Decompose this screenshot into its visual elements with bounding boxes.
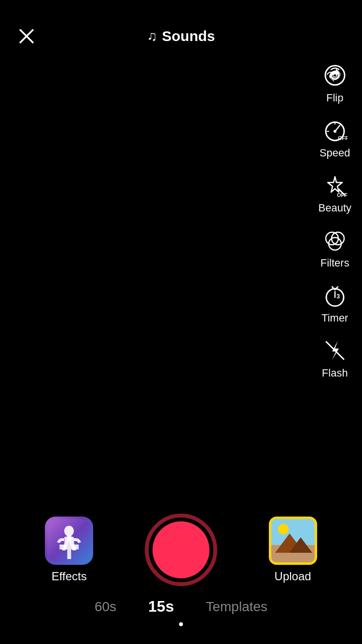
- record-inner: [153, 521, 209, 578]
- filters-control[interactable]: Filters: [319, 223, 351, 273]
- effects-label: Effects: [52, 570, 87, 583]
- music-icon: ♫: [147, 28, 157, 44]
- flash-label: Flash: [322, 367, 348, 379]
- filters-icon: [321, 227, 348, 254]
- sounds-label[interactable]: ♫ Sounds: [147, 28, 215, 44]
- svg-text:OFF: OFF: [338, 135, 348, 141]
- svg-rect-21: [47, 519, 91, 562]
- speed-control[interactable]: OFF Speed: [318, 113, 352, 163]
- svg-point-22: [64, 526, 74, 536]
- duration-tabs: 60s 15s Templates: [91, 596, 271, 617]
- svg-text:3: 3: [336, 293, 340, 300]
- timer-label: Timer: [321, 312, 348, 324]
- upload-label: Upload: [275, 570, 311, 583]
- record-button[interactable]: [145, 514, 217, 586]
- flash-icon: [321, 337, 348, 364]
- svg-line-20: [326, 342, 344, 359]
- beauty-control[interactable]: OFF Beauty: [317, 168, 354, 218]
- upload-button[interactable]: Upload: [269, 517, 317, 583]
- effects-icon: [45, 517, 93, 565]
- effects-button[interactable]: Effects: [45, 517, 93, 583]
- svg-text:OFF: OFF: [337, 192, 348, 198]
- flip-label: Flip: [326, 92, 343, 104]
- tab-15s[interactable]: 15s: [144, 596, 178, 617]
- beauty-label: Beauty: [319, 202, 352, 214]
- upload-icon: [269, 517, 317, 565]
- flash-control[interactable]: Flash: [320, 333, 350, 383]
- speed-icon: OFF: [321, 117, 348, 144]
- sounds-text: Sounds: [162, 28, 215, 44]
- timer-control[interactable]: 3 Timer: [320, 278, 350, 328]
- right-controls: Flip OFF Speed: [317, 58, 354, 383]
- svg-point-6: [334, 130, 336, 133]
- beauty-icon: OFF: [321, 172, 348, 199]
- speed-label: Speed: [320, 147, 350, 159]
- close-button[interactable]: [14, 24, 39, 48]
- bottom-main-row: Effects Upload: [0, 514, 362, 586]
- header: ♫ Sounds: [0, 0, 362, 53]
- bottom-area: Effects Upload 60s: [0, 509, 362, 644]
- tab-60s[interactable]: 60s: [91, 597, 120, 616]
- filters-label: Filters: [320, 257, 349, 269]
- flip-icon: [321, 62, 348, 89]
- timer-icon: 3: [321, 282, 348, 309]
- active-tab-indicator: [179, 622, 183, 626]
- tab-templates[interactable]: Templates: [202, 597, 271, 616]
- flip-control[interactable]: Flip: [320, 58, 350, 108]
